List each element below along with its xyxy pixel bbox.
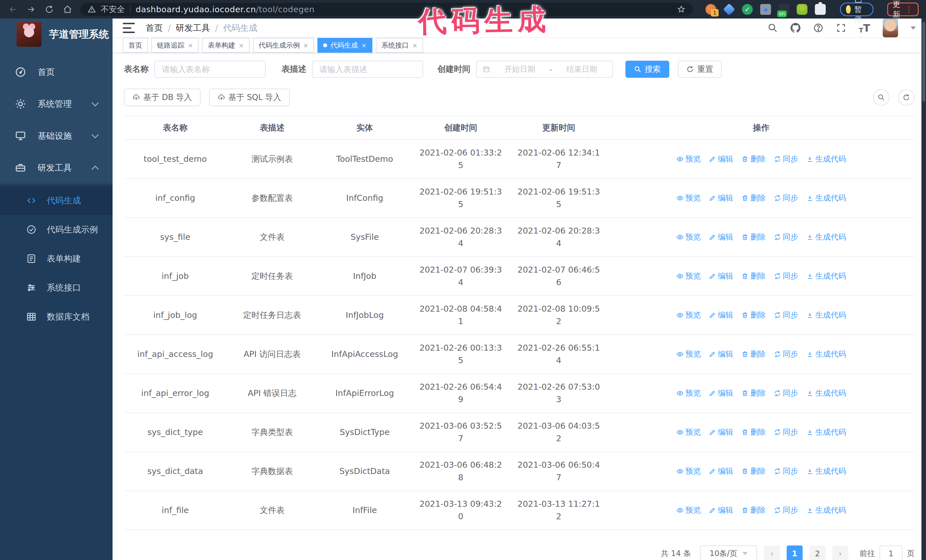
browser-menu-dots-icon[interactable]: ⋮ [905,5,913,14]
generate-code-link[interactable]: 生成代码 [806,504,846,516]
table-row[interactable]: inf_job 定时任务表 InfJob 2021-02-07 06:39:34… [124,257,915,296]
fullscreen-icon[interactable] [836,23,846,33]
preview-link[interactable]: 预览 [676,309,701,321]
table-row[interactable]: inf_api_access_log API 访问日志表 InfApiAcces… [124,335,915,374]
delete-link[interactable]: 删除 [741,231,766,243]
sidebar-item-codegen[interactable]: 代码生成 [0,186,112,215]
preview-link[interactable]: 预览 [676,270,701,282]
delete-link[interactable]: 删除 [741,309,766,321]
edit-link[interactable]: 编辑 [709,231,733,243]
help-icon[interactable] [813,23,823,33]
edit-link[interactable]: 编辑 [709,426,733,438]
extension-icon-2[interactable] [723,3,735,15]
breadcrumb-dev-tools[interactable]: 研发工具 [176,22,210,34]
generate-code-link[interactable]: 生成代码 [806,153,846,165]
generate-code-link[interactable]: 生成代码 [806,426,846,438]
close-icon[interactable]: × [361,42,366,49]
delete-link[interactable]: 删除 [741,426,766,438]
delete-link[interactable]: 删除 [741,153,766,165]
preview-link[interactable]: 预览 [676,465,701,477]
generate-code-link[interactable]: 生成代码 [806,270,846,282]
edit-link[interactable]: 编辑 [709,309,733,321]
address-bar[interactable]: 不安全 dashboard.yudao.iocoder.cn/tool/code… [80,3,693,16]
bookmark-star-icon[interactable] [677,5,685,14]
user-avatar[interactable] [883,18,898,37]
sync-link[interactable]: 同步 [774,387,798,399]
table-row[interactable]: sys_dict_type 字典类型表 SysDictType 2021-03-… [124,413,915,452]
sidebar-item-codegen-example[interactable]: 代码生成示例 [0,215,112,244]
sidebar-item-db-docs[interactable]: 数据库文档 [0,302,112,331]
close-icon[interactable]: × [303,42,308,49]
delete-link[interactable]: 删除 [741,504,766,516]
extensions-puzzle-icon[interactable] [815,4,826,15]
import-sql-button[interactable]: 基于 SQL 导入 [209,89,290,106]
generate-code-link[interactable]: 生成代码 [806,309,846,321]
close-icon[interactable]: × [412,42,418,49]
reset-button[interactable]: 重置 [678,61,722,78]
preview-link[interactable]: 预览 [676,349,701,360]
sync-link[interactable]: 同步 [774,192,798,204]
sidebar-item-form-builder[interactable]: 表单构建 [0,244,112,273]
table-row[interactable]: sys_file 文件表 SysFile 2021-02-06 20:28:34… [124,218,915,257]
page-size-select[interactable]: 10条/页 [700,545,757,560]
page-button-2[interactable]: 2 [809,545,825,560]
browser-home-icon[interactable] [62,4,73,15]
date-range-picker[interactable]: 开始日期 - 结束日期 [476,61,613,78]
generate-code-link[interactable]: 生成代码 [806,231,846,243]
sync-link[interactable]: 同步 [774,465,798,477]
browser-back-icon[interactable] [8,4,18,15]
sync-link[interactable]: 同步 [774,349,798,360]
edit-link[interactable]: 编辑 [709,349,733,360]
generate-code-link[interactable]: 生成代码 [806,465,846,477]
extension-icon-1[interactable] [705,4,716,15]
edit-link[interactable]: 编辑 [709,504,733,516]
prev-page-button[interactable]: ‹ [764,545,780,560]
sync-link[interactable]: 同步 [774,309,798,321]
avatar-caret-icon[interactable] [911,27,916,30]
tab-tracing[interactable]: 链路追踪 × [151,38,198,53]
browser-update-button[interactable]: 更新 ⋮ [887,3,918,16]
delete-link[interactable]: 删除 [741,349,766,360]
delete-link[interactable]: 删除 [741,387,766,399]
import-db-button[interactable]: 基于 DB 导入 [124,89,201,106]
tab-codegen-example[interactable]: 代码生成示例 × [253,38,314,53]
sidebar-item-system-api[interactable]: 系统接口 [0,273,112,302]
extension-icon-4[interactable]: ◆ [760,4,771,15]
edit-link[interactable]: 编辑 [709,387,733,399]
goto-page-input[interactable] [879,545,902,560]
edit-link[interactable]: 编辑 [709,192,733,204]
tab-home[interactable]: 首页 [123,38,148,53]
delete-link[interactable]: 删除 [741,465,766,477]
preview-link[interactable]: 预览 [676,231,701,243]
tab-system-api[interactable]: 系统接口 × [376,38,423,53]
paused-badge[interactable]: 已暂停 [840,3,873,16]
edit-link[interactable]: 编辑 [709,153,733,165]
search-button[interactable]: 搜索 [625,61,669,78]
sync-link[interactable]: 同步 [774,504,798,516]
close-icon[interactable]: × [239,42,244,49]
breadcrumb-home[interactable]: 首页 [145,22,163,34]
delete-link[interactable]: 删除 [741,192,766,204]
table-row[interactable]: inf_api_error_log API 错误日志 InfApiErrorLo… [124,374,915,413]
edit-link[interactable]: 编辑 [709,465,733,477]
generate-code-link[interactable]: 生成代码 [806,387,846,399]
sync-link[interactable]: 同步 [774,426,798,438]
end-date-placeholder[interactable]: 结束日期 [557,64,607,74]
toggle-search-button[interactable] [873,89,890,106]
table-row[interactable]: sys_dict_data 字典数据表 SysDictData 2021-03-… [124,452,915,491]
sidebar-item-system-management[interactable]: 系统管理 [0,88,112,120]
page-button-1[interactable]: 1 [787,545,803,560]
extension-icon-3[interactable]: ✓ [742,4,753,15]
github-icon[interactable] [790,23,800,33]
sync-link[interactable]: 同步 [774,153,798,165]
browser-reload-icon[interactable] [44,4,55,15]
search-icon[interactable] [767,23,778,33]
table-desc-input[interactable] [312,61,423,78]
table-name-input[interactable] [154,61,266,78]
table-row[interactable]: inf_file 文件表 InfFile 2021-03-13 09:43:20… [124,491,915,530]
close-icon[interactable]: × [188,42,193,49]
scrollbar-thumb[interactable] [922,22,925,102]
generate-code-link[interactable]: 生成代码 [806,192,846,204]
app-logo[interactable]: 芋道管理系统 [0,18,112,50]
delete-link[interactable]: 删除 [741,270,766,282]
